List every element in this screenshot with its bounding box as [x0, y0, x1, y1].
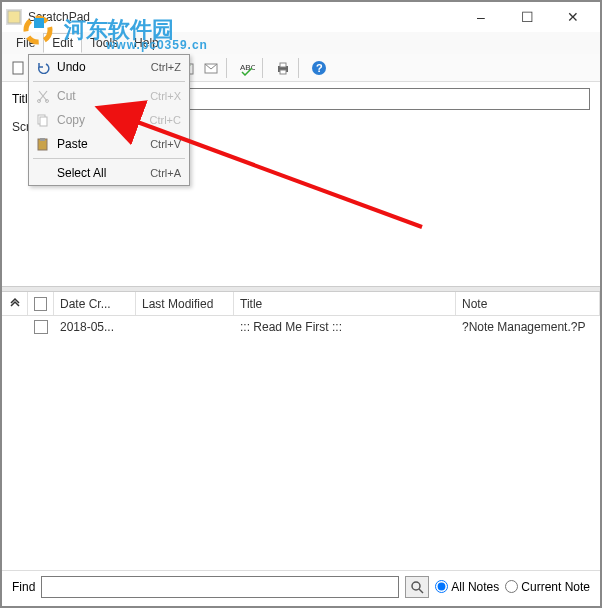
- help-icon[interactable]: ?: [308, 57, 330, 79]
- svg-text:?: ?: [316, 62, 323, 74]
- radio-current-note[interactable]: Current Note: [505, 580, 590, 594]
- column-modified[interactable]: Last Modified: [136, 292, 234, 315]
- svg-text:ABC: ABC: [240, 63, 255, 72]
- svg-rect-15: [280, 63, 286, 67]
- table-row[interactable]: 2018-05... ::: Read Me First ::: ?Note M…: [2, 316, 600, 338]
- paste-icon: [33, 136, 53, 152]
- row-checkbox[interactable]: [34, 320, 48, 334]
- list-body[interactable]: 2018-05... ::: Read Me First ::: ?Note M…: [2, 316, 600, 542]
- menu-file[interactable]: File: [8, 34, 43, 52]
- menu-paste[interactable]: Paste Ctrl+V: [29, 132, 189, 156]
- titlebar: ScratchPad – ☐ ✕: [2, 2, 600, 32]
- menu-select-all[interactable]: Select All Ctrl+A: [29, 161, 189, 185]
- new-note-icon[interactable]: [8, 57, 30, 79]
- app-icon: [6, 9, 22, 25]
- search-icon: [410, 580, 424, 594]
- find-label: Find: [12, 580, 35, 594]
- print-icon[interactable]: [272, 57, 294, 79]
- svg-rect-16: [280, 70, 286, 74]
- menu-cut: Cut Ctrl+X: [29, 84, 189, 108]
- maximize-button[interactable]: ☐: [504, 3, 550, 31]
- separator-icon: [262, 58, 268, 78]
- note-list: Date Cr... Last Modified Title Note 2018…: [2, 292, 600, 542]
- svg-rect-25: [40, 138, 45, 141]
- spellcheck-icon[interactable]: ABC: [236, 57, 258, 79]
- menu-help[interactable]: Help: [126, 34, 167, 52]
- menu-separator: [33, 158, 185, 159]
- row-modified: [136, 325, 234, 329]
- radio-all-notes[interactable]: All Notes: [435, 580, 499, 594]
- mail-icon[interactable]: [200, 57, 222, 79]
- find-button[interactable]: [405, 576, 429, 598]
- row-title: ::: Read Me First :::: [234, 318, 456, 336]
- row-date: 2018-05...: [54, 318, 136, 336]
- cut-icon: [33, 88, 53, 104]
- menu-copy: Copy Ctrl+C: [29, 108, 189, 132]
- find-input[interactable]: [41, 576, 399, 598]
- copy-icon: [33, 112, 53, 128]
- window-title: ScratchPad: [28, 10, 458, 24]
- menu-edit[interactable]: Edit: [43, 33, 82, 53]
- svg-rect-23: [40, 117, 47, 126]
- column-title[interactable]: Title: [234, 292, 456, 315]
- svg-point-19: [412, 582, 420, 590]
- menubar: File Edit Tools Help: [2, 32, 600, 54]
- minimize-button[interactable]: –: [458, 3, 504, 31]
- svg-rect-0: [8, 11, 20, 23]
- separator-icon: [226, 58, 232, 78]
- row-note: ?Note Management.?P: [456, 318, 600, 336]
- separator-icon: [298, 58, 304, 78]
- column-date[interactable]: Date Cr...: [54, 292, 136, 315]
- menu-separator: [33, 81, 185, 82]
- column-note[interactable]: Note: [456, 292, 600, 315]
- undo-icon: [33, 59, 53, 75]
- column-checkbox[interactable]: [28, 292, 54, 315]
- column-header-row: Date Cr... Last Modified Title Note: [2, 292, 600, 316]
- edit-menu-dropdown: Undo Ctrl+Z Cut Ctrl+X Copy Ctrl+C Paste…: [28, 54, 190, 186]
- menu-undo[interactable]: Undo Ctrl+Z: [29, 55, 189, 79]
- column-sort-icon[interactable]: [2, 292, 28, 315]
- menu-tools[interactable]: Tools: [82, 34, 126, 52]
- find-bar: Find All Notes Current Note: [2, 570, 600, 602]
- close-button[interactable]: ✕: [550, 3, 596, 31]
- svg-rect-1: [13, 62, 23, 74]
